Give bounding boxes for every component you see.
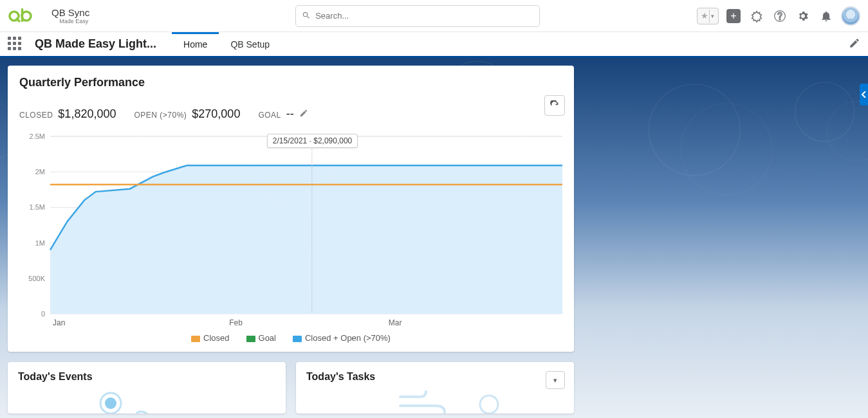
kpi-closed-label: CLOSED xyxy=(19,111,53,120)
svg-text:1M: 1M xyxy=(35,239,45,247)
setup-button[interactable] xyxy=(795,8,811,24)
svg-text:2.5M: 2.5M xyxy=(30,132,45,140)
tab-qb-setup[interactable]: QB Setup xyxy=(219,32,281,56)
kpi-closed-value: $1,820,000 xyxy=(58,107,116,121)
todays-events-card: Today's Events xyxy=(8,362,286,413)
card-title: Quarterly Performance xyxy=(19,76,562,89)
kpi-goal: GOAL -- xyxy=(258,107,308,121)
legend-goal: Goal xyxy=(246,333,276,343)
search-input[interactable] xyxy=(295,5,540,27)
search-icon xyxy=(302,11,311,20)
kpi-open-label: OPEN (>70%) xyxy=(134,111,187,120)
tasks-filter-button[interactable]: ▾ xyxy=(546,371,565,389)
performance-chart: 0500K1M1.5M2M2.5MJanFebMar xyxy=(19,130,566,328)
chevron-down-icon: ▾ xyxy=(553,376,557,385)
question-icon xyxy=(773,10,786,23)
star-icon: ★ xyxy=(701,11,708,21)
svg-point-22 xyxy=(105,397,116,409)
events-illustration xyxy=(98,390,149,413)
chevron-left-icon xyxy=(862,91,867,98)
refresh-icon xyxy=(549,100,560,111)
edit-page-button[interactable] xyxy=(849,37,860,49)
svg-point-23 xyxy=(480,395,498,413)
logo-subtitle: Made Easy xyxy=(59,19,89,24)
quarterly-performance-card: Quarterly Performance CLOSED $1,820,000 … xyxy=(8,66,574,352)
kpi-open-value: $270,000 xyxy=(192,107,240,121)
app-logo: QB Sync Made Easy xyxy=(8,7,89,25)
chart-legend: Closed Goal Closed + Open (>70%) xyxy=(19,333,562,347)
kpi-goal-value: -- xyxy=(286,107,294,121)
kpi-closed: CLOSED $1,820,000 xyxy=(19,107,116,121)
salesforce-help-button[interactable] xyxy=(748,8,765,24)
svg-text:Mar: Mar xyxy=(389,318,402,327)
app-name: QB Made Easy Light... xyxy=(35,37,156,51)
tasks-card-title: Today's Tasks xyxy=(306,371,564,383)
cloud-icon xyxy=(750,9,764,23)
bell-icon xyxy=(820,10,833,23)
app-launcher-button[interactable] xyxy=(8,37,23,52)
legend-closed: Closed xyxy=(191,333,229,343)
svg-text:0: 0 xyxy=(41,310,45,318)
refresh-button[interactable] xyxy=(544,95,565,116)
svg-text:2M: 2M xyxy=(35,168,45,176)
tab-home[interactable]: Home xyxy=(172,32,219,56)
global-search[interactable] xyxy=(295,5,540,27)
chevron-down-icon: ▾ xyxy=(709,10,716,23)
expand-panel-button[interactable] xyxy=(860,84,868,105)
svg-text:Jan: Jan xyxy=(53,318,65,327)
favorites-menu[interactable]: ★ ▾ xyxy=(697,8,719,24)
svg-text:Feb: Feb xyxy=(229,318,243,327)
notifications-button[interactable] xyxy=(818,8,835,24)
kpi-goal-label: GOAL xyxy=(258,111,281,120)
qb-logo-icon xyxy=(8,7,46,25)
kpi-open: OPEN (>70%) $270,000 xyxy=(134,107,240,121)
events-card-title: Today's Events xyxy=(18,371,275,383)
user-avatar[interactable] xyxy=(841,6,860,26)
gear-icon xyxy=(797,10,809,23)
legend-combo: Closed + Open (>70%) xyxy=(293,333,391,343)
plus-icon: + xyxy=(726,9,741,23)
edit-goal-button[interactable] xyxy=(299,109,308,120)
svg-text:500K: 500K xyxy=(28,275,45,282)
tasks-illustration xyxy=(399,390,540,413)
logo-name: QB Sync xyxy=(51,8,89,17)
todays-tasks-card: Today's Tasks ▾ xyxy=(296,362,574,413)
svg-text:1.5M: 1.5M xyxy=(30,203,45,211)
help-button[interactable] xyxy=(771,8,788,24)
pencil-icon xyxy=(299,109,308,118)
chart-tooltip: 2/15/2021 · $2,090,000 xyxy=(267,134,358,148)
global-actions-button[interactable]: + xyxy=(725,8,742,24)
